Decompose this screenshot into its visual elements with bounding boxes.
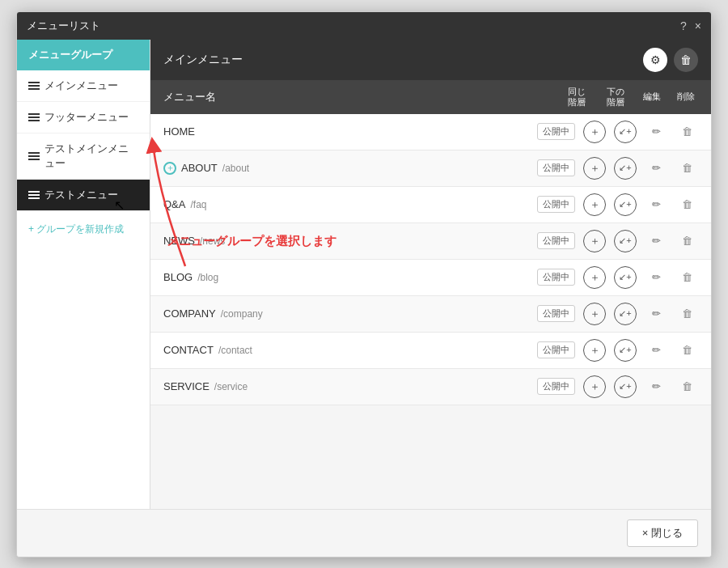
add-same-level-button[interactable]: ＋ xyxy=(583,193,606,216)
delete-button[interactable]: 🗑 xyxy=(675,230,698,252)
table-row: Q&A /faq 公開中 ＋ ↙+ ✏ 🗑 xyxy=(150,187,711,223)
add-same-level-button[interactable]: ＋ xyxy=(583,375,606,398)
delete-button[interactable]: 🗑 xyxy=(675,157,698,180)
menu-item-name: SERVICE /service xyxy=(163,380,531,392)
settings-button[interactable]: ⚙ xyxy=(643,48,667,72)
menu-row-actions: 公開中 ＋ ↙+ ✏ 🗑 xyxy=(537,230,698,252)
menu-row-actions: 公開中 ＋ ↙+ ✏ 🗑 xyxy=(537,157,698,180)
table-row: BLOG /blog 公開中 ＋ ↙+ ✏ 🗑 xyxy=(150,260,711,296)
col-edit-header: 編集 xyxy=(640,91,664,103)
dialog-title-actions: ? × xyxy=(680,19,701,32)
menu-list-dialog: メニューリスト ? × メニューグループ メインメニュー フッターメニュー xyxy=(16,11,712,557)
add-same-level-button[interactable]: ＋ xyxy=(583,339,606,362)
dialog-title: メニューリスト xyxy=(27,19,100,33)
edit-button[interactable]: ✏ xyxy=(645,266,667,289)
status-badge: 公開中 xyxy=(537,159,575,176)
status-badge: 公開中 xyxy=(537,232,575,249)
sidebar-item-test-menu[interactable]: テストメニュー xyxy=(17,180,150,211)
menu-table: メニュー名 同じ階層 下の階層 編集 削除 HOME 公開中 ＋ xyxy=(150,80,711,509)
menu-item-name: COMPANY /company xyxy=(163,307,531,320)
col-delete-header: 削除 xyxy=(674,91,698,103)
menu-row-actions: 公開中 ＋ ↙+ ✏ 🗑 xyxy=(537,121,698,143)
close-button[interactable]: × 閉じる xyxy=(627,519,698,547)
status-badge: 公開中 xyxy=(537,341,575,358)
sidebar-item-label: テストメインメニュー xyxy=(44,142,138,171)
help-icon[interactable]: ? xyxy=(680,19,687,32)
status-badge: 公開中 xyxy=(537,269,575,286)
item-label: Q&A xyxy=(163,198,185,210)
item-path: /contact xyxy=(218,345,252,356)
sidebar-item-label: フッターメニュー xyxy=(44,110,129,125)
status-badge: 公開中 xyxy=(537,305,575,322)
menu-item-name: BLOG /blog xyxy=(163,271,531,283)
delete-group-button[interactable]: 🗑 xyxy=(674,48,698,72)
add-lower-level-button[interactable]: ↙+ xyxy=(614,303,637,325)
item-label: BLOG xyxy=(163,271,193,283)
hamburger-icon xyxy=(28,152,40,160)
sidebar: メニューグループ メインメニュー フッターメニュー テストメインメニュー xyxy=(17,40,150,509)
item-path: /service xyxy=(214,381,248,392)
delete-button[interactable]: 🗑 xyxy=(675,303,698,325)
hamburger-icon xyxy=(28,82,40,90)
edit-button[interactable]: ✏ xyxy=(645,121,667,143)
dialog-footer: × 閉じる xyxy=(17,509,711,557)
expand-icon[interactable]: ＋ xyxy=(163,162,176,175)
add-same-level-button[interactable]: ＋ xyxy=(583,157,606,180)
status-badge: 公開中 xyxy=(537,196,575,213)
delete-button[interactable]: 🗑 xyxy=(675,121,698,143)
edit-button[interactable]: ✏ xyxy=(645,339,667,362)
hamburger-icon xyxy=(28,191,40,199)
delete-button[interactable]: 🗑 xyxy=(675,375,698,398)
add-same-level-button[interactable]: ＋ xyxy=(583,230,606,252)
add-lower-level-button[interactable]: ↙+ xyxy=(614,121,637,143)
menu-item-name: Q&A /faq xyxy=(163,198,531,210)
item-path: /blog xyxy=(197,272,218,283)
menu-item-name: ＋ ABOUT /about xyxy=(163,162,531,175)
add-same-level-button[interactable]: ＋ xyxy=(583,121,606,143)
sidebar-item-main-menu[interactable]: メインメニュー xyxy=(17,70,150,102)
add-lower-level-button[interactable]: ↙+ xyxy=(614,157,637,180)
add-lower-level-button[interactable]: ↙+ xyxy=(614,339,637,362)
status-badge: 公開中 xyxy=(537,378,575,395)
status-badge: 公開中 xyxy=(537,123,575,140)
edit-button[interactable]: ✏ xyxy=(645,230,667,252)
add-lower-level-button[interactable]: ↙+ xyxy=(614,375,637,398)
sidebar-item-footer-menu[interactable]: フッターメニュー xyxy=(17,102,150,134)
item-path: /company xyxy=(221,308,263,320)
table-row: NEWS /news 公開中 ＋ ↙+ ✏ 🗑 xyxy=(150,223,711,260)
item-path: /about xyxy=(222,163,249,174)
item-label: HOME xyxy=(163,125,195,138)
sidebar-item-test-main-menu[interactable]: テストメインメニュー xyxy=(17,134,150,180)
table-row: HOME 公開中 ＋ ↙+ ✏ 🗑 xyxy=(150,114,711,150)
add-lower-level-button[interactable]: ↙+ xyxy=(614,193,637,216)
col-headers: 同じ階層 下の階層 編集 削除 xyxy=(562,87,698,108)
edit-button[interactable]: ✏ xyxy=(645,157,667,180)
close-x-icon[interactable]: × xyxy=(695,19,701,32)
col-same-level-header: 同じ階層 xyxy=(562,87,591,108)
item-label: COMPANY xyxy=(163,307,216,320)
add-same-level-button[interactable]: ＋ xyxy=(583,266,606,289)
add-group-button[interactable]: + グループを新規作成 xyxy=(17,214,150,244)
item-label: CONTACT xyxy=(163,344,214,356)
table-row: SERVICE /service 公開中 ＋ ↙+ ✏ 🗑 xyxy=(150,369,711,405)
delete-button[interactable]: 🗑 xyxy=(675,193,698,216)
hamburger-icon xyxy=(28,113,40,121)
delete-button[interactable]: 🗑 xyxy=(675,266,698,289)
add-same-level-button[interactable]: ＋ xyxy=(583,303,606,325)
dialog-titlebar: メニューリスト ? × xyxy=(17,12,711,40)
table-header-row: メニュー名 同じ階層 下の階層 編集 削除 xyxy=(150,80,711,114)
table-row: CONTACT /contact 公開中 ＋ ↙+ ✏ 🗑 xyxy=(150,333,711,369)
edit-button[interactable]: ✏ xyxy=(645,303,667,325)
add-lower-level-button[interactable]: ↙+ xyxy=(614,230,637,252)
table-row: COMPANY /company 公開中 ＋ ↙+ ✏ 🗑 xyxy=(150,296,711,333)
edit-button[interactable]: ✏ xyxy=(645,375,667,398)
menu-row-actions: 公開中 ＋ ↙+ ✏ 🗑 xyxy=(537,339,698,362)
item-label: SERVICE xyxy=(163,380,210,392)
sidebar-item-label: メインメニュー xyxy=(44,78,118,93)
item-label: NEWS xyxy=(163,235,195,247)
item-path: /faq xyxy=(190,199,206,210)
edit-button[interactable]: ✏ xyxy=(645,193,667,216)
add-lower-level-button[interactable]: ↙+ xyxy=(614,266,637,289)
menu-item-name: HOME xyxy=(163,125,531,138)
delete-button[interactable]: 🗑 xyxy=(675,339,698,362)
